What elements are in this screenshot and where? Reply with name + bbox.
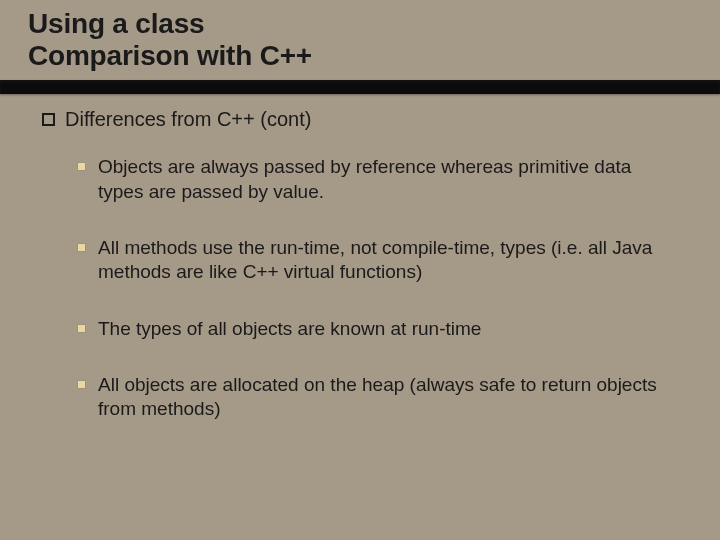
subheading-text: Differences from C++ (cont): [65, 108, 311, 131]
slide-title-block: Using a class Comparison with C++: [0, 0, 720, 78]
slide: Using a class Comparison with C++ Differ…: [0, 0, 720, 540]
bullet-text: All objects are allocated on the heap (a…: [98, 374, 657, 419]
list-item: All objects are allocated on the heap (a…: [78, 373, 678, 422]
title-divider: [0, 80, 720, 94]
bullet-list: Objects are always passed by reference w…: [42, 155, 678, 421]
bullet-text: The types of all objects are known at ru…: [98, 318, 481, 339]
square-bullet-icon: [42, 113, 55, 126]
bullet-text: Objects are always passed by reference w…: [98, 156, 631, 201]
slide-title-line2: Comparison with C++: [28, 40, 692, 72]
bullet-text: All methods use the run-time, not compil…: [98, 237, 652, 282]
list-item: Objects are always passed by reference w…: [78, 155, 678, 204]
subheading-row: Differences from C++ (cont): [42, 108, 678, 131]
list-item: The types of all objects are known at ru…: [78, 317, 678, 341]
slide-body: Differences from C++ (cont) Objects are …: [0, 94, 720, 421]
list-item: All methods use the run-time, not compil…: [78, 236, 678, 285]
slide-title-line1: Using a class: [28, 8, 692, 40]
